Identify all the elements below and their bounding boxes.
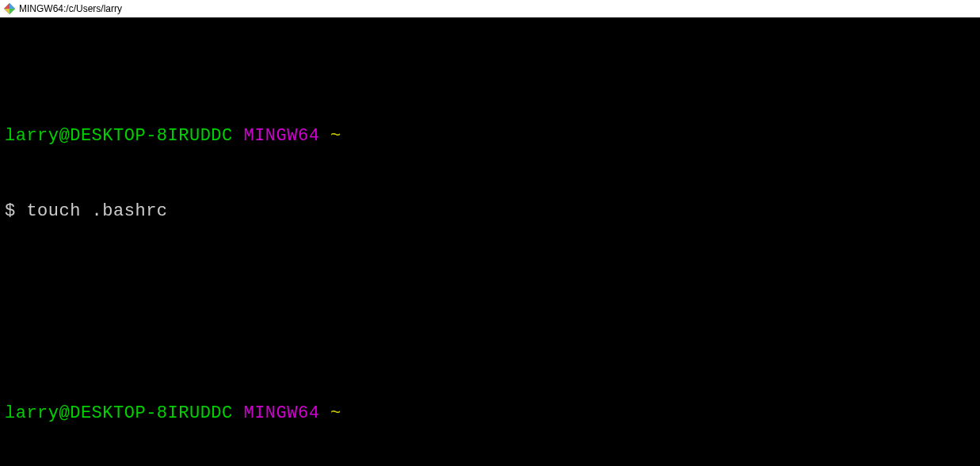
prompt-user-host: larry@DESKTOP-8IRUDDC — [5, 403, 233, 423]
terminal-area[interactable]: larry@DESKTOP-8IRUDDC MINGW64 ~ $ touch … — [0, 17, 980, 466]
prompt-path: ~ — [330, 126, 341, 146]
history-entry: larry@DESKTOP-8IRUDDC MINGW64 ~ $ vim .b… — [5, 351, 975, 466]
prompt-path: ~ — [330, 403, 341, 423]
window-title: MINGW64:/c/Users/larry — [19, 3, 122, 14]
prompt-line: larry@DESKTOP-8IRUDDC MINGW64 ~ — [5, 124, 975, 149]
history-entry: larry@DESKTOP-8IRUDDC MINGW64 ~ $ touch … — [5, 73, 975, 275]
prompt-user-host: larry@DESKTOP-8IRUDDC — [5, 126, 233, 146]
window-titlebar: MINGW64:/c/Users/larry — [0, 0, 980, 17]
prompt-symbol: $ — [5, 201, 16, 221]
prompt-line: larry@DESKTOP-8IRUDDC MINGW64 ~ — [5, 401, 975, 426]
prompt-shell: MINGW64 — [243, 126, 319, 146]
command-line: $ touch .bashrc — [5, 199, 975, 224]
command-text: touch .bashrc — [26, 201, 167, 221]
mingw-icon — [3, 2, 16, 15]
svg-marker-4 — [4, 3, 10, 9]
prompt-shell: MINGW64 — [243, 403, 319, 423]
